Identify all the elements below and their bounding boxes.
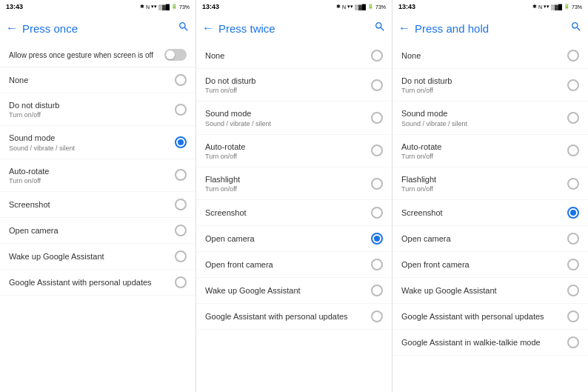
- radio-button[interactable]: [175, 276, 187, 288]
- radio-button[interactable]: [175, 225, 187, 236]
- toggle-switch[interactable]: [164, 49, 187, 61]
- option-row-8[interactable]: Wake up Google Assistant: [196, 278, 392, 304]
- option-row-9[interactable]: Google Assistant with personal updates: [196, 304, 392, 330]
- wifi-icon: ▾▾: [151, 4, 157, 10]
- option-text: Sound modeSound / vibrate / silent: [401, 108, 567, 127]
- option-row-7[interactable]: Google Assistant with personal updates: [0, 270, 196, 296]
- radio-button[interactable]: [371, 178, 383, 190]
- nfc-icon: N: [538, 4, 542, 10]
- radio-button[interactable]: [567, 144, 579, 156]
- option-row-0[interactable]: None: [0, 67, 196, 93]
- option-row-1[interactable]: Do not disturbTurn on/off: [196, 69, 392, 102]
- radio-button[interactable]: [175, 169, 187, 181]
- option-row-2[interactable]: Sound modeSound / vibrate / silent: [392, 102, 588, 134]
- option-label: Google Assistant with personal updates: [401, 311, 567, 322]
- radio-button[interactable]: [567, 336, 579, 348]
- option-row-3[interactable]: Auto-rotateTurn on/off: [392, 135, 588, 167]
- option-row-6[interactable]: Open camera: [196, 226, 392, 252]
- option-label: Google Assistant with personal updates: [205, 311, 371, 322]
- option-row-5[interactable]: Screenshot: [392, 200, 588, 226]
- radio-button[interactable]: [371, 50, 383, 62]
- option-text: Google Assistant with personal updates: [205, 311, 371, 322]
- radio-button[interactable]: [371, 144, 383, 156]
- radio-button[interactable]: [567, 310, 579, 322]
- radio-button[interactable]: [567, 112, 579, 124]
- radio-button[interactable]: [371, 207, 383, 219]
- option-row-8[interactable]: Wake up Google Assistant: [392, 278, 588, 304]
- option-label: Sound mode: [9, 133, 175, 143]
- option-row-5[interactable]: Screenshot: [196, 200, 392, 226]
- option-row-1[interactable]: Do not disturbTurn on/off: [392, 69, 588, 102]
- radio-button[interactable]: [371, 310, 383, 322]
- radio-button[interactable]: [371, 112, 383, 124]
- radio-button[interactable]: [371, 233, 383, 245]
- option-label: Flashlight: [401, 174, 567, 185]
- search-icon[interactable]: [570, 21, 582, 36]
- toggle-row[interactable]: Allow press once gesture when screen is …: [0, 43, 196, 67]
- header: ← Press and hold: [392, 13, 588, 43]
- option-sublabel: Turn on/off: [401, 185, 567, 193]
- radio-button[interactable]: [567, 285, 579, 296]
- options-list: Allow press once gesture when screen is …: [0, 43, 196, 392]
- bt-icon: ✱: [336, 4, 341, 10]
- option-row-9[interactable]: Google Assistant with personal updates: [392, 304, 588, 330]
- option-text: Google Assistant in walkie-talkie mode: [401, 337, 567, 348]
- option-sublabel: Turn on/off: [205, 185, 371, 193]
- radio-button[interactable]: [371, 79, 383, 91]
- option-row-7[interactable]: Open front camera: [196, 252, 392, 278]
- radio-button[interactable]: [175, 104, 187, 116]
- option-text: Auto-rotateTurn on/off: [205, 142, 371, 160]
- radio-button[interactable]: [567, 79, 579, 91]
- option-row-4[interactable]: FlashlightTurn on/off: [392, 167, 588, 200]
- battery-icon: 🔋: [367, 4, 374, 10]
- battery-icon: 🔋: [564, 4, 570, 10]
- option-row-5[interactable]: Open camera: [0, 218, 196, 244]
- option-row-2[interactable]: Sound modeSound / vibrate / silent: [196, 102, 392, 134]
- radio-button[interactable]: [567, 259, 579, 270]
- nfc-icon: N: [146, 4, 150, 10]
- option-row-0[interactable]: None: [392, 43, 588, 69]
- option-label: Auto-rotate: [205, 142, 371, 152]
- option-label: Open camera: [401, 233, 567, 244]
- nfc-icon: N: [342, 4, 346, 10]
- option-label: Sound mode: [205, 108, 371, 119]
- radio-button[interactable]: [567, 233, 579, 245]
- option-text: Do not disturbTurn on/off: [9, 100, 175, 119]
- radio-button[interactable]: [175, 250, 187, 262]
- option-label: Auto-rotate: [9, 166, 175, 176]
- option-row-3[interactable]: Auto-rotateTurn on/off: [0, 159, 196, 192]
- radio-button[interactable]: [567, 50, 579, 62]
- option-label: None: [401, 50, 567, 61]
- option-row-4[interactable]: Screenshot: [0, 192, 196, 218]
- status-icons: ✱ N ▾▾ ▒▓█ 🔋 73%: [532, 4, 582, 10]
- option-row-6[interactable]: Wake up Google Assistant: [0, 244, 196, 270]
- radio-button[interactable]: [567, 178, 579, 190]
- option-row-10[interactable]: Google Assistant in walkie-talkie mode: [392, 330, 588, 356]
- option-row-0[interactable]: None: [196, 43, 392, 69]
- option-text: Wake up Google Assistant: [9, 251, 175, 262]
- option-row-6[interactable]: Open camera: [392, 226, 588, 252]
- battery-pct: 73%: [179, 4, 190, 10]
- status-icons: ✱ N ▾▾ ▒▓█ 🔋 73%: [336, 4, 386, 10]
- radio-button[interactable]: [567, 207, 579, 219]
- back-button[interactable]: ←: [398, 21, 410, 35]
- radio-button[interactable]: [371, 259, 383, 270]
- option-text: None: [9, 75, 175, 85]
- option-text: Open front camera: [205, 259, 371, 270]
- search-icon[interactable]: [178, 21, 190, 36]
- search-icon[interactable]: [374, 21, 386, 36]
- radio-button[interactable]: [371, 285, 383, 296]
- back-button[interactable]: ←: [202, 21, 214, 35]
- option-row-4[interactable]: FlashlightTurn on/off: [196, 167, 392, 200]
- radio-button[interactable]: [175, 136, 187, 148]
- option-label: Wake up Google Assistant: [401, 285, 567, 296]
- option-row-2[interactable]: Sound modeSound / vibrate / silent: [0, 126, 196, 159]
- option-row-1[interactable]: Do not disturbTurn on/off: [0, 93, 196, 126]
- back-button[interactable]: ←: [6, 21, 18, 35]
- radio-button[interactable]: [175, 199, 187, 210]
- page-title: Press once: [22, 22, 178, 35]
- signal-icon: ▒▓█: [551, 4, 562, 10]
- option-row-7[interactable]: Open front camera: [392, 252, 588, 278]
- option-row-3[interactable]: Auto-rotateTurn on/off: [196, 135, 392, 167]
- radio-button[interactable]: [175, 74, 187, 86]
